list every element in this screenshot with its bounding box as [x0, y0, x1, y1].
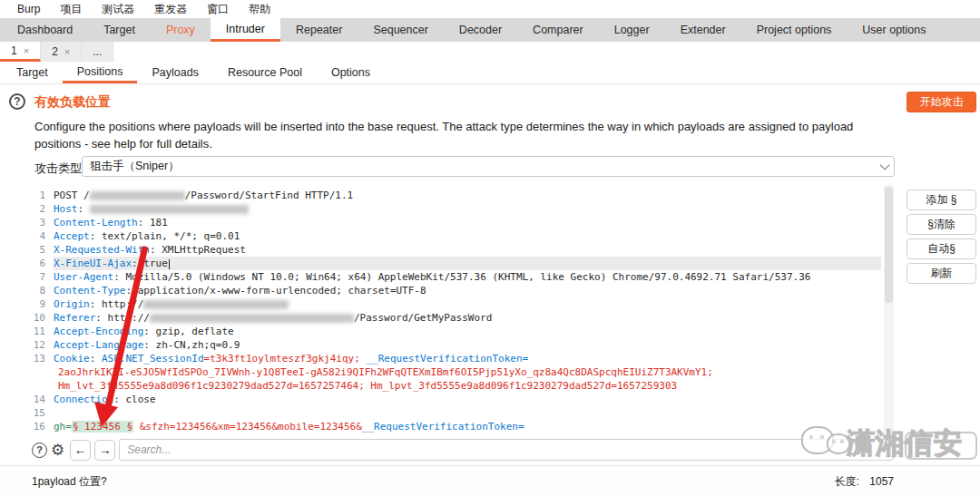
- request-text: : 181: [138, 217, 168, 229]
- request-text: : XMLHttpRequest: [150, 244, 246, 256]
- request-text: =t3k3ft1oylmteszf3gkj4iqy;: [204, 353, 367, 365]
- menu-bar: Burp项目测试器重发器窗口帮助: [0, 0, 980, 18]
- tab-comparer[interactable]: Comparer: [517, 18, 599, 42]
- main-tab-bar: DashboardTargetProxyIntruderRepeaterSequ…: [0, 18, 980, 42]
- request-text: Content-Length: [54, 217, 138, 229]
- request-text: Origin: [54, 298, 90, 310]
- tab-repeater[interactable]: Repeater: [280, 18, 358, 42]
- tab-target[interactable]: Target: [88, 18, 151, 42]
- request-text: Accept-Encoding: [54, 326, 143, 337]
- menu-item-项目[interactable]: 项目: [50, 0, 92, 18]
- request-line: 3Content-Length: 181: [32, 216, 881, 229]
- line-number: [32, 365, 54, 379]
- attack-type-dropdown[interactable]: 狙击手（Sniper）: [82, 156, 895, 177]
- search-help-icon[interactable]: ?: [32, 443, 47, 458]
- line-number: 7: [32, 270, 54, 284]
- line-number: 1: [32, 189, 54, 202]
- request-text: POST /: [54, 190, 90, 201]
- gear-icon[interactable]: ⚙: [51, 443, 64, 458]
- request-text: ASP.NET_SessionId: [102, 353, 204, 365]
- redacted-text: [90, 205, 249, 214]
- tab-resource-pool[interactable]: Resource Pool: [213, 62, 317, 83]
- request-text: User-Agent: [54, 271, 113, 283]
- menu-item-重发器[interactable]: 重发器: [144, 0, 197, 18]
- tab-intruder[interactable]: Intruder: [211, 18, 280, 42]
- request-text: : close: [113, 394, 155, 405]
- request-line: 2aoJhrkIK7I-eSJO5WfIdSPOo_7IVWnh-y1Q8Tee…: [32, 365, 881, 379]
- tab-logger[interactable]: Logger: [599, 18, 665, 42]
- request-text: __RequestVerificationToken=: [362, 421, 524, 433]
- request-line: 9Origin: http://: [32, 297, 881, 311]
- length-indicator: 长度: 1057: [835, 474, 894, 490]
- button-添加[interactable]: 添加 §: [906, 190, 976, 210]
- tab-dashboard[interactable]: Dashboard: [2, 18, 88, 42]
- next-match-button[interactable]: →: [94, 440, 115, 461]
- request-text: § 123456 §: [72, 421, 133, 433]
- editor-scrollbar[interactable]: [884, 185, 894, 435]
- button-刷新[interactable]: 刷新: [906, 263, 976, 284]
- request-line: Hm_lvt_3fd5555e9a8d096f1c9230279dad527d=…: [32, 379, 881, 393]
- request-text: Hm_lvt_3fd5555e9a8d096f1c9230279dad527d=…: [58, 380, 677, 392]
- chevron-down-icon: [879, 160, 889, 170]
- line-number: 2: [32, 202, 54, 216]
- tab-sequencer[interactable]: Sequencer: [358, 18, 443, 42]
- tab-positions[interactable]: Positions: [63, 62, 138, 83]
- prev-match-button[interactable]: ←: [70, 440, 91, 461]
- tab-payloads[interactable]: Payloads: [137, 62, 212, 83]
- tab-user-options[interactable]: User options: [847, 18, 941, 42]
- menu-item-帮助[interactable]: 帮助: [239, 0, 280, 18]
- button-自动[interactable]: 自动§: [906, 238, 976, 259]
- line-number: 13: [32, 352, 54, 365]
- start-attack-button[interactable]: 开始攻击: [906, 92, 976, 112]
- request-line: 15: [32, 406, 881, 420]
- burp-suite-window: Burp项目测试器重发器窗口帮助 DashboardTargetProxyInt…: [0, 0, 980, 496]
- line-number: 5: [32, 243, 54, 257]
- attack-tab-1[interactable]: 1×: [0, 42, 41, 62]
- request-text: Cookie: [54, 353, 90, 365]
- payload-count-label: 1payload 位置?: [32, 474, 107, 490]
- line-number: 10: [32, 311, 54, 325]
- request-line: 6X-FineUI-Ajax: true: [32, 257, 881, 270]
- request-line: 14Connection: close: [32, 393, 881, 406]
- line-number: 11: [32, 325, 54, 338]
- attack-tab-[interactable]: ...: [82, 42, 113, 62]
- tab-options[interactable]: Options: [317, 62, 385, 83]
- tab-decoder[interactable]: Decoder: [444, 18, 517, 42]
- request-line: 5X-Requested-With: XMLHttpRequest: [32, 243, 881, 257]
- attack-tab-2[interactable]: 2×: [41, 42, 82, 62]
- length-label: 长度:: [835, 475, 859, 488]
- positions-panel: ? 有效负载位置 开始攻击 Configure the positions wh…: [0, 84, 980, 465]
- menu-item-测试器[interactable]: 测试器: [92, 0, 144, 18]
- request-line: 7User-Agent: Mozilla/5.0 (Windows NT 10.…: [32, 270, 881, 284]
- tab-extender[interactable]: Extender: [665, 18, 741, 42]
- line-number: 9: [32, 297, 54, 311]
- request-text: Referer: [54, 312, 95, 324]
- request-text: : gzip, deflate: [143, 326, 233, 337]
- tab-proxy[interactable]: Proxy: [151, 18, 211, 42]
- help-icon[interactable]: ?: [9, 93, 25, 110]
- text-cursor: [169, 259, 170, 269]
- line-number: 14: [32, 393, 54, 406]
- request-line: 12Accept-Language: zh-CN,zh;q=0.9: [32, 338, 881, 352]
- intruder-tab-bar: TargetPositionsPayloadsResource PoolOpti…: [0, 62, 980, 84]
- close-icon[interactable]: ×: [64, 46, 70, 57]
- request-text: : http://: [90, 298, 144, 310]
- search-input[interactable]: [119, 439, 894, 461]
- line-number: 12: [32, 338, 54, 352]
- request-line: 1POST //Password/StartFind HTTP/1.1: [32, 189, 881, 202]
- request-line: 2Host:: [32, 202, 881, 216]
- scrollbar-thumb[interactable]: [885, 187, 893, 303]
- close-icon[interactable]: ×: [24, 45, 29, 56]
- tab-project-options[interactable]: Project options: [741, 18, 848, 42]
- attack-type-value: 狙击手（Sniper）: [90, 159, 180, 174]
- tab-target[interactable]: Target: [2, 62, 63, 83]
- request-line: 10Referer: http:///Password/GetMyPassWor…: [32, 311, 881, 325]
- attack-tab-bar: 1×2×...: [0, 42, 980, 62]
- request-editor[interactable]: 1POST //Password/StartFind HTTP/1.12Host…: [32, 185, 894, 462]
- request-text: /Password/StartFind HTTP/1.1: [185, 190, 353, 201]
- request-text: X-Requested-With: [54, 244, 150, 256]
- line-number: [32, 379, 54, 393]
- menu-item-窗口[interactable]: 窗口: [197, 0, 239, 18]
- menu-item-burp[interactable]: Burp: [7, 0, 50, 18]
- button-清除[interactable]: §清除: [906, 214, 976, 235]
